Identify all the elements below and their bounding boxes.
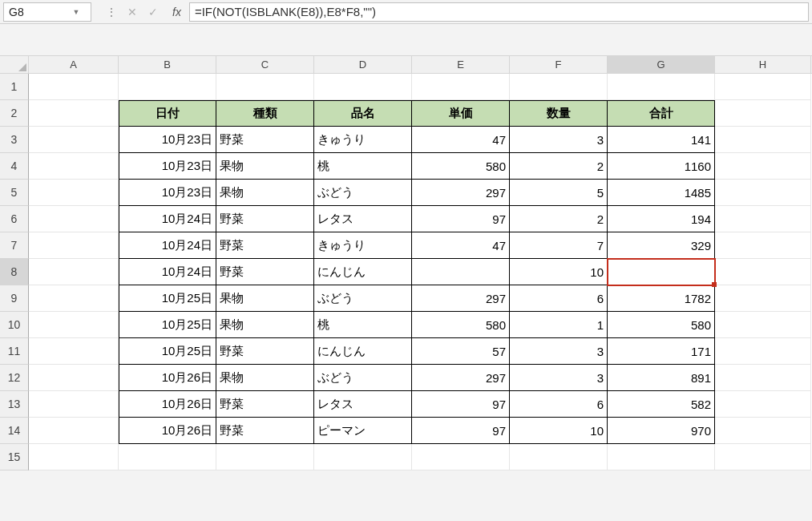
cell-H8[interactable] — [715, 259, 811, 285]
cell-C8[interactable]: 野菜 — [216, 259, 314, 285]
cell-C14[interactable]: 野菜 — [216, 418, 314, 444]
cell-E15[interactable] — [412, 444, 510, 471]
cell-C4[interactable]: 果物 — [216, 153, 314, 180]
cell-E7[interactable]: 47 — [412, 232, 510, 259]
cell-F9[interactable]: 6 — [510, 285, 608, 312]
cell-B11[interactable]: 10月25日 — [119, 338, 216, 365]
name-box-input[interactable] — [4, 6, 68, 18]
row-header-7[interactable]: 7 — [0, 232, 29, 259]
cell-G5[interactable]: 1485 — [608, 180, 715, 206]
cell-A14[interactable] — [29, 418, 119, 444]
cell-B12[interactable]: 10月26日 — [119, 365, 216, 391]
cell-E5[interactable]: 297 — [412, 180, 510, 206]
cell-G15[interactable] — [608, 444, 715, 471]
enter-icon[interactable]: ✓ — [148, 6, 158, 18]
cell-E12[interactable]: 297 — [412, 365, 510, 391]
cell-B4[interactable]: 10月23日 — [119, 153, 216, 180]
cell-H11[interactable] — [715, 338, 811, 365]
cell-D2[interactable]: 品名 — [314, 100, 412, 127]
cell-F1[interactable] — [510, 74, 608, 100]
cell-H7[interactable] — [715, 232, 811, 259]
cell-C10[interactable]: 果物 — [216, 312, 314, 338]
cell-G11[interactable]: 171 — [608, 338, 715, 365]
row-header-10[interactable]: 10 — [0, 312, 29, 338]
cell-H14[interactable] — [715, 418, 811, 444]
col-header-E[interactable]: E — [412, 56, 510, 73]
cell-F12[interactable]: 3 — [510, 365, 608, 391]
cell-B9[interactable]: 10月25日 — [119, 285, 216, 312]
name-box[interactable]: ▼ — [3, 2, 91, 22]
formula-input[interactable]: =IF(NOT(ISBLANK(E8)),E8*F8,"") — [189, 2, 809, 22]
cell-E1[interactable] — [412, 74, 510, 100]
fill-handle[interactable] — [712, 282, 717, 287]
cell-B7[interactable]: 10月24日 — [119, 232, 216, 259]
select-all-corner[interactable] — [0, 56, 29, 73]
cell-D13[interactable]: レタス — [314, 391, 412, 418]
cell-C12[interactable]: 果物 — [216, 365, 314, 391]
cell-C11[interactable]: 野菜 — [216, 338, 314, 365]
cell-A4[interactable] — [29, 153, 119, 180]
cell-G9[interactable]: 1782 — [608, 285, 715, 312]
cell-H6[interactable] — [715, 206, 811, 232]
fx-label[interactable]: fx — [172, 6, 181, 18]
cell-C6[interactable]: 野菜 — [216, 206, 314, 232]
spreadsheet-grid[interactable]: A B C D E F G H 1 2 日付 種類 品名 単価 数量 合計 3 … — [0, 56, 812, 471]
cell-H4[interactable] — [715, 153, 811, 180]
row-header-11[interactable]: 11 — [0, 338, 29, 365]
cell-H9[interactable] — [715, 285, 811, 312]
cell-C15[interactable] — [216, 444, 314, 471]
cell-H3[interactable] — [715, 127, 811, 153]
cell-H1[interactable] — [715, 74, 811, 100]
cell-D4[interactable]: 桃 — [314, 153, 412, 180]
cell-H13[interactable] — [715, 391, 811, 418]
row-header-6[interactable]: 6 — [0, 206, 29, 232]
cell-D11[interactable]: にんじん — [314, 338, 412, 365]
cell-B1[interactable] — [119, 74, 216, 100]
cell-E9[interactable]: 297 — [412, 285, 510, 312]
cell-E2[interactable]: 単価 — [412, 100, 510, 127]
cell-A7[interactable] — [29, 232, 119, 259]
cell-D1[interactable] — [314, 74, 412, 100]
cell-D14[interactable]: ピーマン — [314, 418, 412, 444]
cell-D8[interactable]: にんじん — [314, 259, 412, 285]
row-header-12[interactable]: 12 — [0, 365, 29, 391]
cell-F7[interactable]: 7 — [510, 232, 608, 259]
cell-B3[interactable]: 10月23日 — [119, 127, 216, 153]
cell-A11[interactable] — [29, 338, 119, 365]
col-header-D[interactable]: D — [314, 56, 412, 73]
col-header-F[interactable]: F — [510, 56, 608, 73]
cell-E14[interactable]: 97 — [412, 418, 510, 444]
cell-F2[interactable]: 数量 — [510, 100, 608, 127]
cell-D9[interactable]: ぶどう — [314, 285, 412, 312]
cell-H15[interactable] — [715, 444, 811, 471]
col-header-C[interactable]: C — [216, 56, 314, 73]
col-header-G[interactable]: G — [608, 56, 715, 73]
cell-H5[interactable] — [715, 180, 811, 206]
col-header-H[interactable]: H — [715, 56, 811, 73]
cell-F8[interactable]: 10 — [510, 259, 608, 285]
row-header-8[interactable]: 8 — [0, 259, 29, 285]
cell-E13[interactable]: 97 — [412, 391, 510, 418]
cell-A9[interactable] — [29, 285, 119, 312]
cell-B2[interactable]: 日付 — [119, 100, 216, 127]
cell-F14[interactable]: 10 — [510, 418, 608, 444]
cell-F3[interactable]: 3 — [510, 127, 608, 153]
cell-F13[interactable]: 6 — [510, 391, 608, 418]
cell-D15[interactable] — [314, 444, 412, 471]
cell-G2[interactable]: 合計 — [608, 100, 715, 127]
cell-E6[interactable]: 97 — [412, 206, 510, 232]
row-header-3[interactable]: 3 — [0, 127, 29, 153]
cell-C13[interactable]: 野菜 — [216, 391, 314, 418]
cell-H12[interactable] — [715, 365, 811, 391]
cell-F10[interactable]: 1 — [510, 312, 608, 338]
cell-G3[interactable]: 141 — [608, 127, 715, 153]
cell-C9[interactable]: 果物 — [216, 285, 314, 312]
more-icon[interactable]: ⋮ — [106, 6, 116, 18]
cell-E10[interactable]: 580 — [412, 312, 510, 338]
cell-G7[interactable]: 329 — [608, 232, 715, 259]
row-header-15[interactable]: 15 — [0, 444, 29, 471]
row-header-14[interactable]: 14 — [0, 418, 29, 444]
cell-B13[interactable]: 10月26日 — [119, 391, 216, 418]
cell-B10[interactable]: 10月25日 — [119, 312, 216, 338]
row-header-13[interactable]: 13 — [0, 391, 29, 418]
